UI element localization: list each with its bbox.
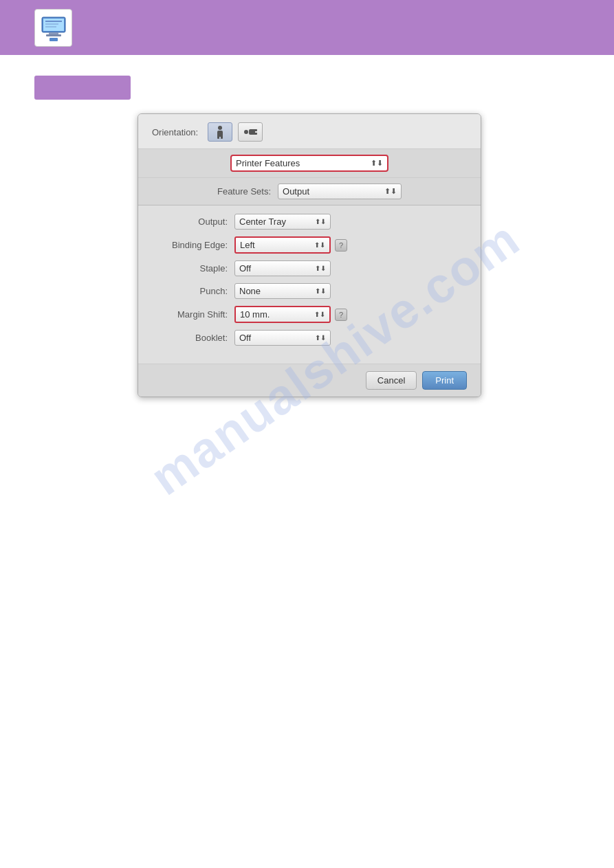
staple-value: Off — [239, 263, 312, 274]
margin-shift-info-icon: ? — [335, 309, 347, 321]
feature-sets-arrow-icon: ⬆⬇ — [384, 187, 397, 196]
margin-shift-arrow-icon: ⬆⬇ — [314, 311, 325, 318]
staple-label: Staple: — [152, 263, 228, 274]
dialog-content: Output: Center Tray ⬆⬇ Binding Edge: Lef… — [138, 205, 481, 364]
cancel-button[interactable]: Cancel — [366, 371, 417, 390]
svg-point-12 — [244, 130, 248, 134]
svg-rect-14 — [254, 129, 257, 131]
staple-dropdown[interactable]: Off ⬆⬇ — [234, 260, 331, 276]
feature-sets-row: Feature Sets: Output ⬆⬇ — [138, 178, 481, 205]
app-icon-svg — [39, 13, 68, 42]
binding-edge-info-icon: ? — [335, 239, 347, 252]
punch-dropdown[interactable]: None ⬆⬇ — [234, 283, 331, 299]
punch-arrow-icon: ⬆⬇ — [315, 287, 326, 295]
dialog-footer: Cancel Print — [138, 364, 481, 397]
margin-shift-field-row: Margin Shift: 10 mm. ⬆⬇ ? — [152, 306, 467, 323]
svg-rect-11 — [221, 135, 223, 139]
booklet-field-row: Booklet: Off ⬆⬇ — [152, 330, 467, 346]
purple-accent-rect — [34, 76, 131, 100]
landscape-orientation-button[interactable] — [238, 122, 263, 142]
header-bar — [0, 0, 614, 55]
orientation-row: Orientation: — [138, 114, 481, 149]
print-dialog: Orientation: Printer Features ⬆⬇ — [138, 113, 481, 397]
output-field-row: Output: Center Tray ⬆⬇ — [152, 214, 467, 230]
margin-shift-label: Margin Shift: — [152, 309, 228, 320]
binding-edge-label: Binding Edge: — [152, 240, 228, 250]
booklet-dropdown[interactable]: Off ⬆⬇ — [234, 330, 331, 346]
landscape-icon — [243, 125, 258, 139]
app-icon — [34, 9, 72, 47]
printer-features-dropdown[interactable]: Printer Features ⬆⬇ — [230, 155, 388, 172]
output-dropdown[interactable]: Center Tray ⬆⬇ — [234, 214, 331, 230]
margin-shift-value: 10 mm. — [240, 309, 311, 320]
feature-sets-dropdown[interactable]: Output ⬆⬇ — [278, 183, 402, 199]
feature-sets-label: Feature Sets: — [217, 186, 271, 197]
printer-features-arrow-icon: ⬆⬇ — [371, 159, 383, 168]
svg-rect-15 — [254, 133, 257, 135]
binding-edge-field-row: Binding Edge: Left ⬆⬇ ? — [152, 236, 467, 254]
output-value: Center Tray — [239, 216, 312, 227]
print-button[interactable]: Print — [422, 371, 467, 390]
feature-sets-value: Output — [283, 186, 382, 197]
booklet-label: Booklet: — [152, 333, 228, 343]
binding-edge-dropdown[interactable]: Left ⬆⬇ — [234, 236, 331, 254]
punch-label: Punch: — [152, 286, 228, 296]
svg-rect-1 — [43, 19, 64, 31]
binding-edge-value: Left — [240, 240, 311, 250]
svg-rect-3 — [46, 34, 61, 36]
printer-features-row: Printer Features ⬆⬇ — [138, 149, 481, 178]
staple-arrow-icon: ⬆⬇ — [315, 265, 326, 272]
booklet-value: Off — [239, 333, 312, 343]
output-label: Output: — [152, 216, 228, 227]
orientation-label: Orientation: — [152, 127, 198, 137]
margin-shift-dropdown[interactable]: 10 mm. ⬆⬇ — [234, 306, 331, 323]
portrait-orientation-button[interactable] — [208, 122, 232, 142]
binding-edge-arrow-icon: ⬆⬇ — [314, 241, 325, 249]
svg-rect-7 — [50, 38, 58, 41]
booklet-arrow-icon: ⬆⬇ — [315, 334, 326, 342]
svg-rect-2 — [49, 32, 58, 34]
staple-field-row: Staple: Off ⬆⬇ — [152, 260, 467, 276]
output-arrow-icon: ⬆⬇ — [315, 218, 326, 225]
svg-point-8 — [218, 126, 222, 130]
printer-features-value: Printer Features — [236, 158, 368, 168]
punch-value: None — [239, 286, 312, 296]
punch-field-row: Punch: None ⬆⬇ — [152, 283, 467, 299]
portrait-icon — [213, 124, 227, 140]
svg-rect-10 — [217, 135, 219, 139]
